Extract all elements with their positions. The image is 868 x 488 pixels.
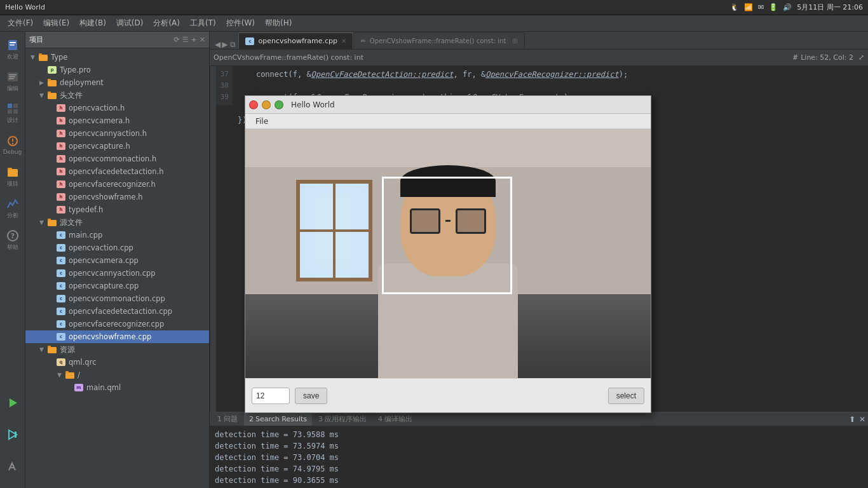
svg-rect-5 [9,76,15,78]
tab-close-1[interactable]: ✕ [341,37,346,44]
tree-item-opencvaction-cpp[interactable]: copencvaction.cpp [25,241,209,254]
tree-item-main-qml[interactable]: mmain.qml [25,381,209,394]
save-number-input[interactable] [252,388,290,404]
tab-split-right[interactable]: ⊞ [512,37,517,44]
tree-item-opencvcommonaction-cpp[interactable]: copencvcommonaction.cpp [25,292,209,305]
tree-label: opencvfacerecognizer.cpp [69,320,164,329]
tree-item-main-cpp[interactable]: cmain.cpp [25,229,209,241]
tree-label: opencvcapture.h [69,142,130,151]
tree-item-opencvcommonaction-h[interactable]: hopencvcommonaction.h [25,152,209,165]
svg-rect-29 [48,219,51,220]
tree-item-opencvfacedetectaction-cpp[interactable]: copencvfacedetectaction.cpp [25,305,209,318]
run-button[interactable] [1,388,24,418]
build-button[interactable] [1,451,24,482]
tab-framerate[interactable]: ✏ OpenCVshowFrame::frameRate() const: in… [353,32,524,49]
sidebar-edit[interactable]: 编辑 [1,66,24,97]
sidebar-design[interactable]: 设计 [1,98,24,128]
tree-label: 源文件 [60,218,83,227]
save-button[interactable]: save [295,388,327,404]
tab-app-output[interactable]: 3 应用程序输出 [313,413,372,426]
menu-analyze[interactable]: 分析(A) [148,17,185,30]
dialog-maximize-button[interactable] [275,100,283,109]
tab-compile-label: 编译输出 [384,414,412,424]
dialog-close-button[interactable] [249,100,258,109]
tree-item-Type[interactable]: ▼Type [25,51,209,64]
project-sync-icon[interactable]: ⟳ [173,36,179,44]
tree-item-opencvshowframe-h[interactable]: hopencvshowframe.h [25,191,209,203]
project-close-icon[interactable]: ✕ [200,36,205,44]
main-container: 欢迎 编辑 设计 Debug 项目 [0,32,868,488]
tree-item----[interactable]: ▼源文件 [25,216,209,229]
right-scrollbar[interactable] [210,66,216,412]
menu-help[interactable]: 帮助(H) [260,17,297,30]
sidebar-welcome[interactable]: 欢迎 [1,34,24,65]
tree-arrow: ▼ [39,346,47,353]
tree-item-typedef-h[interactable]: htypedef.h [25,203,209,216]
cpp-file-icon: c [56,294,66,303]
sidebar-analyze[interactable]: 分析 [1,193,24,224]
menu-edit[interactable]: 编辑(E) [38,17,74,30]
dialog-menu-file[interactable]: File [250,117,273,126]
output-expand-icon[interactable]: ⬆ [849,415,855,424]
debug-run-button[interactable] [1,419,24,450]
system-bar-right: 🐧 📶 ✉ 🔋 🔊 5月11日 周一 21:06 [730,3,863,12]
tree-item-opencvcamera-h[interactable]: hopencvcamera.h [25,114,209,127]
tree-label: opencvaction.h [69,104,125,112]
tree-item---[interactable]: ▼资源 [25,343,209,356]
output-close-icon[interactable]: ✕ [859,415,865,424]
h-file-icon: h [56,154,66,163]
tree-item-opencvfacerecognizer-cpp[interactable]: copencvfacerecognizer.cpp [25,318,209,330]
tab-nav-prev[interactable]: ◀ [215,40,220,49]
system-bar: Hello World 🐧 📶 ✉ 🔋 🔊 5月11日 周一 21:06 [0,0,868,15]
toolbar-expand-icon[interactable]: ⤢ [858,53,864,62]
tree-item-qml-qrc[interactable]: qqml.qrc [25,356,209,369]
tree-label: opencvshowframe.h [69,193,143,201]
tree-item-opencvcapture-cpp[interactable]: copencvcapture.cpp [25,280,209,292]
tab-compile-output[interactable]: 4 编译输出 [373,413,417,426]
tab-label-1: opencvshowframe.cpp [258,37,337,45]
tab-compile-num: 4 [378,415,383,423]
tab-nav-split[interactable]: ⧉ [230,40,236,49]
tree-item-opencvcannyaction-h[interactable]: hopencvcannyaction.h [25,127,209,140]
tree-arrow: ▼ [39,219,47,226]
debug-icon [6,135,19,147]
tree-item-opencvcapture-h[interactable]: hopencvcapture.h [25,140,209,152]
h-file-icon: h [56,142,66,151]
tree-item-Type-pro[interactable]: pType.pro [25,64,209,76]
menu-debug[interactable]: 调试(D) [111,17,149,30]
tree-item----[interactable]: ▼头文件 [25,89,209,102]
tab-problems[interactable]: 1 问题 [212,413,243,426]
tree-label: opencvfacerecognizer.h [69,180,156,189]
tree-label: opencvshowframe.cpp [69,332,151,341]
menu-tools[interactable]: 工具(T) [185,17,221,30]
design-label: 设计 [7,116,18,125]
project-add-icon[interactable]: + [191,36,197,44]
tree-label: typedef.h [69,205,103,214]
tree-item-deployment[interactable]: ▶deployment [25,76,209,89]
menu-build[interactable]: 构建(B) [74,17,111,30]
project-filter-icon[interactable]: ☰ [182,36,189,44]
tab-search-results[interactable]: 2 Search Results [244,413,312,426]
tab-opencvshowframe[interactable]: c opencvshowframe.cpp ✕ [238,32,353,49]
svg-rect-26 [48,93,57,99]
project-icon [6,166,19,179]
menu-controls[interactable]: 控件(W) [221,17,260,30]
dialog-menubar: File [245,114,651,129]
tree-item-opencvshowframe-cpp[interactable]: copencvshowframe.cpp [25,330,209,343]
tree-item-opencvcamera-cpp[interactable]: copencvcamera.cpp [25,254,209,267]
svg-rect-2 [10,44,15,46]
design-icon [6,102,19,115]
tab-nav-next[interactable]: ▶ [222,40,227,49]
dialog-minimize-button[interactable] [262,100,271,109]
select-button[interactable]: select [608,388,644,404]
sidebar-debug[interactable]: Debug [1,130,24,160]
sidebar-project[interactable]: 项目 [1,161,24,192]
menu-file[interactable]: 文件(F) [3,17,38,30]
tree-item--[interactable]: ▼/ [25,369,209,381]
tree-item-opencvcannyaction-cpp[interactable]: copencvcannyaction.cpp [25,267,209,280]
tree-item-opencvfacedetectaction-h[interactable]: hopencvfacedetectaction.h [25,165,209,178]
svg-rect-20 [15,431,17,438]
tree-item-opencvfacerecognizer-h[interactable]: hopencvfacerecognizer.h [25,178,209,191]
sidebar-help[interactable]: ? 帮助 [1,225,24,255]
tree-item-opencvaction-h[interactable]: hopencvaction.h [25,102,209,114]
